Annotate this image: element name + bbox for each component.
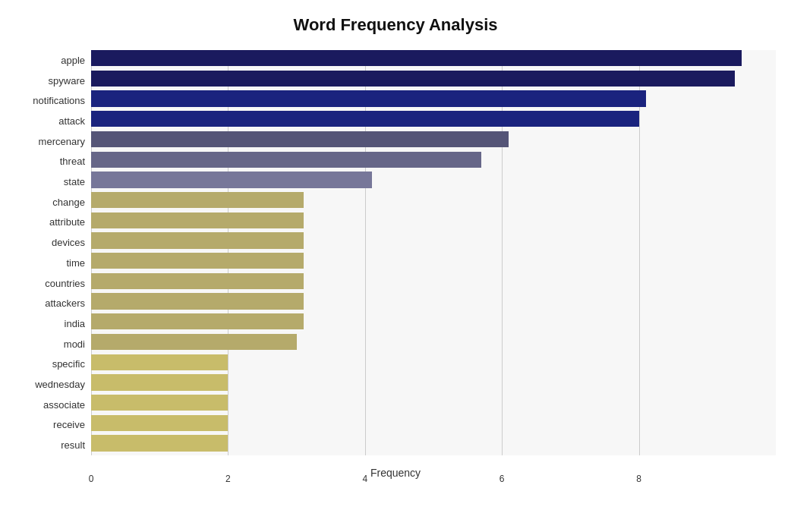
- bar-result: [91, 435, 228, 451]
- y-label-apple: apple: [61, 50, 85, 71]
- bar-mercenary: [91, 131, 509, 147]
- y-label-attackers: attackers: [45, 293, 85, 313]
- y-label-countries: countries: [45, 273, 85, 294]
- bar-attack: [91, 111, 639, 127]
- bar-countries: [91, 273, 304, 289]
- y-label-attribute: attribute: [49, 212, 85, 233]
- y-label-change: change: [52, 192, 85, 212]
- bar-modi: [91, 334, 297, 350]
- bar-time: [91, 253, 304, 269]
- y-label-specific: specific: [52, 354, 85, 375]
- y-label-spyware: spyware: [49, 71, 85, 91]
- y-label-devices: devices: [52, 232, 85, 253]
- chart-title: Word Frequency Analysis: [15, 15, 776, 35]
- bar-devices: [91, 232, 304, 248]
- bar-apple: [91, 50, 742, 66]
- bar-threat: [91, 152, 481, 168]
- x-axis-label: Frequency: [15, 466, 776, 480]
- y-label-mercenary: mercenary: [39, 131, 85, 152]
- bar-state: [91, 172, 372, 187]
- y-label-attack: attack: [58, 111, 85, 131]
- y-label-state: state: [64, 172, 85, 192]
- chart-container: Word Frequency Analysis 02468 applespywa…: [0, 0, 791, 532]
- bar-attribute: [91, 212, 304, 228]
- bar-receive: [91, 415, 228, 431]
- bar-india: [91, 313, 304, 329]
- bar-change: [91, 192, 304, 208]
- y-label-time: time: [66, 253, 85, 273]
- bar-spyware: [91, 71, 735, 87]
- y-label-receive: receive: [53, 415, 85, 436]
- y-label-result: result: [61, 435, 85, 455]
- bar-notifications: [91, 90, 646, 106]
- bar-wednesday: [91, 374, 228, 390]
- bar-associate: [91, 395, 228, 411]
- y-label-notifications: notifications: [33, 90, 85, 111]
- y-label-threat: threat: [60, 152, 85, 172]
- y-label-modi: modi: [64, 334, 85, 354]
- bar-attackers: [91, 293, 304, 309]
- y-label-associate: associate: [43, 395, 85, 415]
- y-label-india: india: [65, 313, 85, 334]
- bar-specific: [91, 354, 228, 370]
- y-label-wednesday: wednesday: [35, 374, 85, 395]
